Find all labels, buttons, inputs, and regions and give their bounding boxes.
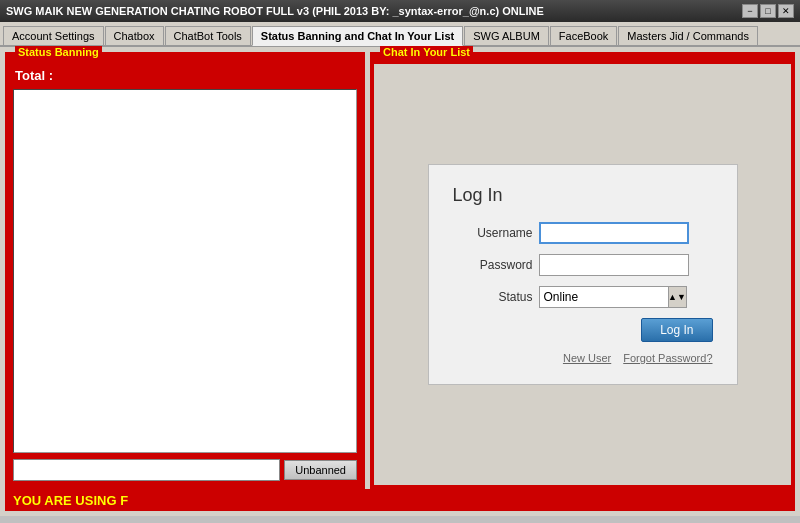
- tab-swg-album[interactable]: SWG ALBUM: [464, 26, 549, 45]
- password-label: Password: [453, 258, 533, 272]
- new-user-link[interactable]: New User: [563, 352, 611, 364]
- title-bar-text: SWG MAIK NEW GENERATION CHATING ROBOT FU…: [6, 5, 544, 17]
- tab-masters-jid[interactable]: Masters Jid / Commands: [618, 26, 758, 45]
- tab-chatbot-tools[interactable]: ChatBot Tools: [165, 26, 251, 45]
- panels-row: Status Banning Total : Unbanned Chat In …: [5, 52, 795, 489]
- banning-list: [13, 89, 357, 453]
- banning-input[interactable]: [13, 459, 280, 481]
- tab-chatbox[interactable]: Chatbox: [105, 26, 164, 45]
- minimize-button[interactable]: −: [742, 4, 758, 18]
- tab-facebook[interactable]: FaceBook: [550, 26, 618, 45]
- status-bar-text: YOU ARE USING F: [13, 493, 128, 508]
- total-row: Total :: [9, 64, 361, 87]
- status-row: Status Online Away Busy Offline ▲▼: [453, 286, 713, 308]
- tab-account-settings[interactable]: Account Settings: [3, 26, 104, 45]
- chat-panel-inner: Log In Username Password Status Onli: [374, 64, 791, 485]
- select-arrow-icon: ▲▼: [669, 286, 687, 308]
- banning-footer: Unbanned: [9, 455, 361, 485]
- status-label: Status: [453, 290, 533, 304]
- chat-panel: Chat In Your List Log In Username Passwo…: [370, 52, 795, 489]
- unban-button[interactable]: Unbanned: [284, 460, 357, 480]
- title-bar: SWG MAIK NEW GENERATION CHATING ROBOT FU…: [0, 0, 800, 22]
- tab-status-banning[interactable]: Status Banning and Chat In Your List: [252, 26, 463, 46]
- status-banning-inner: Total : Unbanned: [9, 64, 361, 485]
- title-bar-controls: − □ ✕: [742, 4, 794, 18]
- chat-panel-label: Chat In Your List: [380, 46, 473, 58]
- main-content: Status Banning Total : Unbanned Chat In …: [0, 47, 800, 516]
- username-label: Username: [453, 226, 533, 240]
- maximize-button[interactable]: □: [760, 4, 776, 18]
- username-input[interactable]: [539, 222, 689, 244]
- password-input[interactable]: [539, 254, 689, 276]
- links-row: New User Forgot Password?: [453, 352, 713, 364]
- password-row: Password: [453, 254, 713, 276]
- tabs-bar: Account Settings Chatbox ChatBot Tools S…: [0, 22, 800, 47]
- status-bar: YOU ARE USING F: [5, 489, 795, 511]
- status-banning-label: Status Banning: [15, 46, 102, 58]
- status-select[interactable]: Online Away Busy Offline: [539, 286, 669, 308]
- status-select-wrap: Online Away Busy Offline ▲▼: [539, 286, 687, 308]
- status-banning-panel: Status Banning Total : Unbanned: [5, 52, 365, 489]
- username-row: Username: [453, 222, 713, 244]
- forgot-password-link[interactable]: Forgot Password?: [623, 352, 712, 364]
- close-button[interactable]: ✕: [778, 4, 794, 18]
- login-form: Log In Username Password Status Onli: [428, 164, 738, 385]
- login-title: Log In: [453, 185, 713, 206]
- login-btn-row: Log In: [453, 318, 713, 342]
- login-button[interactable]: Log In: [641, 318, 712, 342]
